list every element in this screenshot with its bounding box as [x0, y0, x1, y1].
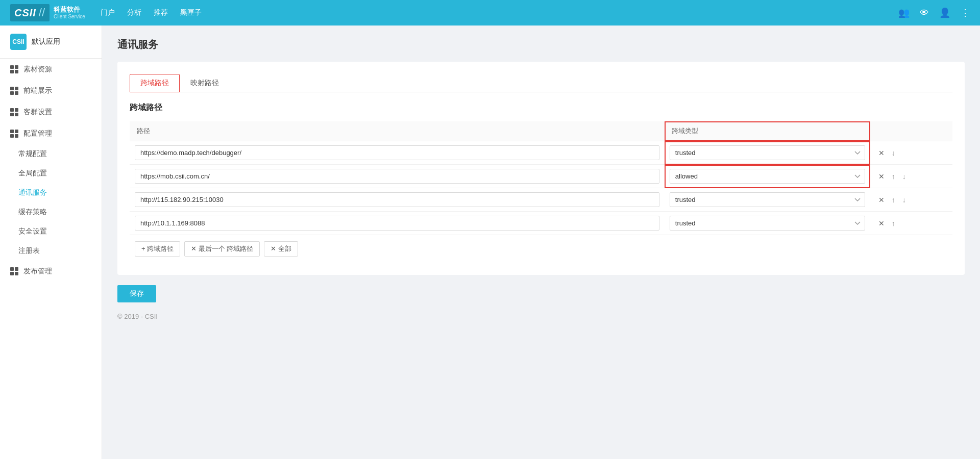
page-title: 通讯服务 [117, 38, 965, 52]
menu-icon[interactable]: ⋮ [961, 7, 970, 18]
row3-delete-button[interactable]: ✕ [875, 194, 888, 206]
sidebar-item-frontend[interactable]: 前端展示 [0, 80, 102, 101]
main-card: 跨域路径 映射路径 跨域路径 路径 跨域类型 [117, 62, 965, 275]
row3-up-button[interactable]: ↑ [889, 194, 898, 206]
topbar: CSII // 科蓝软件 Client Service 门户 分析 推荐 黑匣子… [0, 0, 980, 26]
nav-portal[interactable]: 门户 [101, 8, 115, 17]
col-header-type: 跨域类型 [665, 121, 870, 141]
add-cors-button[interactable]: + 跨域路径 [135, 241, 180, 257]
logo-slash: // [39, 6, 45, 19]
sidebar-item-assets[interactable]: 素材资源 [0, 59, 102, 80]
table-row: trusted allowed ✕ ↑ ↓ [130, 165, 952, 188]
row4-type-select[interactable]: trusted allowed [670, 216, 865, 231]
sidebar-item-security[interactable]: 安全设置 [0, 222, 102, 241]
layout: CSII 默认应用 素材资源 前端展示 客群设置 配置管理 常规配置 全局配置 … [0, 26, 980, 459]
row1-down-button[interactable]: ↓ [889, 147, 898, 159]
save-button[interactable]: 保存 [117, 285, 156, 302]
logo-csii: CSII [14, 7, 36, 18]
row2-actions: ✕ ↑ ↓ [875, 170, 947, 183]
row2-type-select[interactable]: trusted allowed [670, 169, 865, 184]
sidebar: CSII 默认应用 素材资源 前端展示 客群设置 配置管理 常规配置 全局配置 … [0, 26, 102, 459]
row1-path-input[interactable] [135, 145, 659, 160]
eye-icon[interactable]: 👁 [920, 8, 929, 18]
tab-mapping[interactable]: 映射路径 [180, 74, 230, 92]
row3-type-cell: trusted allowed [665, 188, 870, 212]
row1-delete-button[interactable]: ✕ [875, 147, 888, 159]
footer: © 2019 - CSII [117, 302, 965, 330]
sidebar-label-frontend: 前端展示 [23, 86, 52, 95]
row3-actions: ✕ ↑ ↓ [875, 194, 947, 206]
logo-en: Client Service [54, 14, 85, 20]
sidebar-item-cache[interactable]: 缓存策略 [0, 202, 102, 222]
tab-bar: 跨域路径 映射路径 [130, 74, 952, 92]
row3-actions-cell: ✕ ↑ ↓ [870, 188, 952, 212]
row2-path-input[interactable] [135, 169, 659, 184]
row4-path-input[interactable] [135, 216, 659, 231]
table-row: trusted allowed ✕ ↑ [130, 212, 952, 235]
sidebar-item-publish[interactable]: 发布管理 [0, 261, 102, 282]
brand-icon: CSII [10, 34, 27, 50]
row1-type-select[interactable]: trusted allowed [670, 145, 865, 160]
row2-down-button[interactable]: ↓ [899, 170, 909, 183]
row3-path-input[interactable] [135, 192, 659, 207]
sidebar-label-config: 配置管理 [23, 129, 52, 138]
sidebar-label-customer: 客群设置 [23, 108, 52, 117]
nav-blackbox[interactable]: 黑匣子 [180, 8, 202, 17]
add-user-icon[interactable]: 👥 [898, 7, 910, 18]
sidebar-item-config[interactable]: 配置管理 [0, 123, 102, 144]
sidebar-item-customer[interactable]: 客群设置 [0, 101, 102, 123]
user-icon[interactable]: 👤 [939, 7, 950, 18]
logo-cn: 科蓝软件 [54, 6, 85, 14]
tab-cors[interactable]: 跨域路径 [130, 74, 180, 92]
row1-path-cell [130, 141, 665, 165]
sidebar-label-security: 安全设置 [18, 227, 47, 235]
grid-icon [10, 87, 18, 95]
row4-up-button[interactable]: ↑ [889, 217, 898, 230]
table-header: 路径 跨域类型 [130, 121, 952, 141]
sidebar-label-publish: 发布管理 [23, 267, 52, 276]
table-row: trusted allowed ✕ ↑ ↓ [130, 188, 952, 212]
row3-path-cell [130, 188, 665, 212]
row2-up-button[interactable]: ↑ [889, 170, 898, 183]
nav-analysis[interactable]: 分析 [127, 8, 141, 17]
topbar-actions: 👥 👁 👤 ⋮ [898, 7, 970, 18]
sidebar-item-global-config[interactable]: 全局配置 [0, 164, 102, 183]
row4-type-cell: trusted allowed [665, 212, 870, 235]
row4-actions-cell: ✕ ↑ [870, 212, 952, 235]
row1-actions-cell: ✕ ↓ [870, 141, 952, 165]
grid-icon [10, 130, 18, 138]
col-header-actions [870, 121, 952, 141]
remove-last-button[interactable]: ✕ 最后一个 跨域路径 [184, 241, 260, 257]
row2-type-cell: trusted allowed [665, 165, 870, 188]
sidebar-item-common-config[interactable]: 常规配置 [0, 144, 102, 164]
table-actions: + 跨域路径 ✕ 最后一个 跨域路径 ✕ 全部 [130, 235, 952, 263]
table-body: trusted allowed ✕ ↓ [130, 141, 952, 235]
logo: CSII // 科蓝软件 Client Service [10, 4, 85, 21]
row2-delete-button[interactable]: ✕ [875, 170, 888, 183]
sidebar-label-assets: 素材资源 [23, 65, 52, 74]
nav-recommend[interactable]: 推荐 [154, 8, 168, 17]
row1-actions: ✕ ↓ [875, 147, 947, 159]
row4-path-cell [130, 212, 665, 235]
row3-type-select[interactable]: trusted allowed [670, 192, 865, 207]
row2-actions-cell: ✕ ↑ ↓ [870, 165, 952, 188]
table-row: trusted allowed ✕ ↓ [130, 141, 952, 165]
sidebar-item-registry[interactable]: 注册表 [0, 241, 102, 261]
grid-icon [10, 267, 18, 275]
grid-icon [10, 108, 18, 116]
logo-text: 科蓝软件 Client Service [54, 6, 85, 20]
sidebar-label-cache: 缓存策略 [18, 208, 47, 216]
row4-actions: ✕ ↑ [875, 217, 947, 230]
cors-table: 路径 跨域类型 trusted allowed [130, 121, 952, 235]
sidebar-label-registry: 注册表 [18, 246, 40, 254]
row1-type-cell: trusted allowed [665, 141, 870, 165]
brand-label: 默认应用 [32, 37, 60, 46]
remove-all-button[interactable]: ✕ 全部 [264, 241, 298, 257]
row2-path-cell [130, 165, 665, 188]
section-title: 跨域路径 [130, 103, 952, 113]
row3-down-button[interactable]: ↓ [899, 194, 909, 206]
sidebar-label-global-config: 全局配置 [18, 169, 47, 177]
sidebar-item-comm-service[interactable]: 通讯服务 [0, 183, 102, 202]
row4-delete-button[interactable]: ✕ [875, 217, 888, 230]
sidebar-label-comm-service: 通讯服务 [18, 188, 47, 196]
